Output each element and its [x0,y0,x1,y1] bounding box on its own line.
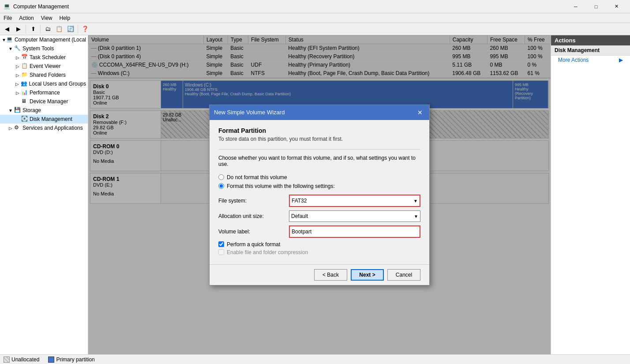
toolbar-sep-3 [78,25,78,34]
sidebar-item-system-tools[interactable]: ▼ 🔧 System Tools [0,44,88,53]
sidebar-item-disk-management[interactable]: 💽 Disk Management [0,115,88,124]
menu-action[interactable]: Action [15,14,37,22]
menu-help[interactable]: Help [56,14,74,22]
main-layout: ▼ 💻 Computer Management (Local ▼ 🔧 Syste… [0,35,630,354]
minimize-button[interactable]: ─ [566,0,586,13]
actions-panel: Actions Disk Management More Actions ▶ [551,35,630,354]
sidebar-item-event-viewer[interactable]: ▷ 📋 Event Viewer [0,62,88,71]
primary-legend-label: Primary partition [56,356,94,363]
toolbar-help[interactable]: ❓ [80,24,90,34]
allocation-select[interactable]: Default 512 1024 2048 4096 [289,211,420,221]
services-label: Services and Applications [22,125,83,131]
menu-bar: File Action View Help [0,13,630,23]
filesystem-select-wrapper: FAT32 NTFS exFAT ▼ [289,195,420,207]
device-icon: 🖥 [21,98,28,105]
maximize-button[interactable]: □ [586,0,606,13]
shared-folders-label: Shared Folders [30,72,66,78]
toolbar-properties[interactable]: 📋 [54,24,64,34]
compression-checkbox[interactable] [218,249,224,255]
more-actions-item[interactable]: More Actions ▶ [551,56,630,64]
radio-do-format-label: Format this volume with the following se… [227,183,335,189]
radio-row-format: Format this volume with the following se… [218,183,420,189]
users-icon: 👥 [21,80,28,87]
expand-icon-system: ▼ [7,46,14,51]
modal-footer: < Back Next > Cancel [210,264,429,285]
folder-icon: 📁 [21,71,28,79]
modal-overlay: New Simple Volume Wizard ✕ Format Partit… [88,35,551,354]
toolbar: ◀ ▶ ⬆ 🗂 📋 🔄 ❓ [0,23,630,35]
actions-header: Actions [551,35,630,45]
sidebar-item-performance[interactable]: ▷ 📊 Performance [0,88,88,97]
sidebar: ▼ 💻 Computer Management (Local ▼ 🔧 Syste… [0,35,88,354]
disk-icon: 💽 [21,116,28,123]
allocation-row: Allocation unit size: Default 512 1024 2… [218,210,420,222]
window-title: Computer Management [13,4,566,10]
radio-no-format-label: Do not format this volume [227,174,287,180]
toolbar-back[interactable]: ◀ [2,24,12,34]
cancel-button[interactable]: Cancel [387,269,420,281]
modal-close-button[interactable]: ✕ [415,108,425,117]
services-icon: ⚙ [14,124,21,131]
toolbar-refresh[interactable]: 🔄 [65,24,76,34]
disk-mgmt-section-header: Disk Management [551,45,630,56]
expand-icon-svc: ▷ [7,126,14,131]
volume-label-label: Volume label: [218,229,289,235]
storage-label: Storage [22,107,41,113]
filesystem-select[interactable]: FAT32 NTFS exFAT [290,195,420,206]
compression-label: Enable file and folder compression [227,249,308,255]
expand-icon-ev: ▷ [14,64,21,69]
unallocated-legend-box [4,356,10,363]
sidebar-item-task-scheduler[interactable]: ▷ 📅 Task Scheduler [0,53,88,62]
expand-icon-dm [14,99,21,104]
event-icon: 📋 [21,63,28,70]
next-button[interactable]: Next > [351,269,384,281]
more-actions-arrow-icon: ▶ [619,57,623,63]
sidebar-item-storage[interactable]: ▼ 💾 Storage [0,106,88,115]
toolbar-show-hide[interactable]: 🗂 [42,24,53,34]
radio-do-format[interactable] [218,183,224,189]
close-button[interactable]: ✕ [606,0,626,13]
title-bar: 💻 Computer Management ─ □ ✕ [0,0,630,13]
modal-description: Choose whether you want to format this v… [218,155,420,167]
radio-row-no-format: Do not format this volume [218,174,420,180]
menu-file[interactable]: File [0,14,15,22]
expand-icon: ▼ [2,38,6,42]
window-controls: ─ □ ✕ [566,0,626,13]
expand-icon-diskm [14,117,21,122]
legend-unallocated: Unallocated [4,356,39,363]
root-label: Computer Management (Local [15,37,86,43]
disk-management-label: Disk Management [30,116,72,122]
back-button[interactable]: < Back [314,269,347,281]
toolbar-up[interactable]: ⬆ [28,24,38,34]
unallocated-legend-label: Unallocated [11,356,39,363]
quick-format-label: Perform a quick format [227,241,280,248]
modal-subtitle: To store data on this partition, you mus… [218,136,420,142]
modal-titlebar: New Simple Volume Wizard ✕ [210,105,429,120]
expand-icon-perf: ▷ [14,90,21,95]
event-viewer-label: Event Viewer [30,63,60,69]
system-tools-label: System Tools [22,45,54,52]
task-scheduler-label: Task Scheduler [30,54,66,60]
quick-format-checkbox[interactable] [218,241,224,247]
format-settings: File system: FAT32 NTFS exFAT ▼ [218,195,420,255]
toolbar-forward[interactable]: ▶ [13,24,24,34]
volume-label-row: Volume label: [218,225,420,238]
sidebar-item-local-users[interactable]: ▷ 👥 Local Users and Groups [0,79,88,88]
status-bar: Unallocated Primary partition [0,354,630,364]
modal-title: New Simple Volume Wizard [214,109,285,116]
device-manager-label: Device Manager [30,98,68,105]
expand-icon-storage: ▼ [7,108,14,113]
primary-legend-box [48,356,54,363]
sidebar-item-device-manager[interactable]: 🖥 Device Manager [0,97,88,106]
local-users-label: Local Users and Groups [29,81,86,87]
sidebar-item-shared-folders[interactable]: ▷ 📁 Shared Folders [0,71,88,79]
wizard-modal: New Simple Volume Wizard ✕ Format Partit… [209,105,430,285]
sidebar-item-root[interactable]: ▼ 💻 Computer Management (Local [0,35,88,44]
menu-view[interactable]: View [38,14,56,22]
sidebar-item-services[interactable]: ▷ ⚙ Services and Applications [0,124,88,132]
volume-label-input[interactable] [290,226,420,237]
quick-format-row: Perform a quick format [218,241,420,248]
radio-no-format[interactable] [218,174,224,180]
allocation-label: Allocation unit size: [218,213,289,219]
toolbar-sep-1 [26,25,26,34]
